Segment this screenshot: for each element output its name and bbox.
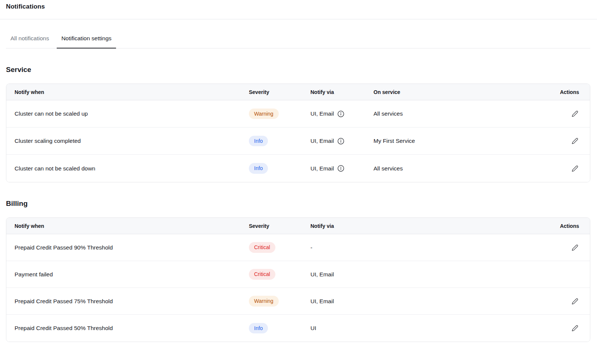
on-service-cell: All services (373, 110, 541, 117)
notify-via-value: UI (310, 325, 316, 332)
info-icon[interactable] (337, 165, 344, 172)
table-row: Prepaid Credit Passed 90% Threshold Crit… (6, 234, 590, 261)
edit-button[interactable] (571, 164, 579, 173)
severity-badge: Info (249, 136, 268, 147)
severity-cell: Critical (249, 242, 310, 253)
severity-badge: Critical (249, 269, 275, 280)
notify-via-value: UI, Email (310, 138, 334, 144)
tab-bar: All notifications Notification settings (6, 35, 590, 48)
column-header-actions: Actions (541, 223, 590, 229)
severity-badge: Info (249, 163, 268, 174)
page-title: Notifications (6, 3, 591, 10)
severity-badge: Info (249, 323, 268, 334)
edit-button[interactable] (571, 324, 579, 332)
edit-button[interactable] (571, 297, 579, 305)
info-icon[interactable] (337, 138, 344, 145)
info-icon[interactable] (337, 110, 344, 117)
severity-cell: Info (249, 136, 310, 147)
section-title-billing: Billing (6, 200, 591, 208)
notify-via-cell: UI, Email (310, 138, 373, 145)
column-header-notify-when: Notify when (6, 89, 249, 95)
column-header-on-service: On service (373, 89, 541, 95)
on-service-cell: My First Service (373, 138, 541, 144)
actions-cell (541, 297, 590, 305)
severity-cell: Info (249, 163, 310, 174)
table-row: Prepaid Credit Passed 75% Threshold Warn… (6, 288, 590, 315)
notify-via-value: UI, Email (310, 110, 334, 117)
service-table-header: Notify when Severity Notify via On servi… (6, 84, 590, 100)
notify-via-cell: UI, Email (310, 271, 541, 278)
column-header-actions: Actions (541, 89, 590, 95)
tab-notification-settings[interactable]: Notification settings (57, 35, 116, 48)
actions-cell (541, 164, 590, 173)
notify-via-cell: UI, Email (310, 298, 541, 305)
severity-badge: Critical (249, 242, 275, 253)
notify-via-cell: - (310, 244, 541, 251)
on-service-cell: All services (373, 165, 541, 172)
column-header-notify-when: Notify when (6, 223, 249, 229)
severity-cell: Warning (249, 296, 310, 307)
notify-via-cell: UI, Email (310, 165, 373, 172)
column-header-severity: Severity (249, 223, 310, 229)
column-header-notify-via: Notify via (310, 89, 373, 95)
severity-cell: Critical (249, 269, 310, 280)
notify-via-value: - (310, 244, 312, 251)
notify-when-cell: Payment failed (6, 271, 249, 278)
actions-cell (541, 137, 590, 145)
column-header-severity: Severity (249, 89, 310, 95)
billing-table-header: Notify when Severity Notify via Actions (6, 218, 590, 234)
actions-cell (541, 244, 590, 252)
notify-via-cell: UI (310, 325, 541, 332)
severity-cell: Info (249, 323, 310, 334)
notify-when-cell: Prepaid Credit Passed 75% Threshold (6, 298, 249, 305)
actions-cell (541, 324, 590, 332)
service-table: Notify when Severity Notify via On servi… (6, 84, 590, 182)
billing-table: Notify when Severity Notify via Actions … (6, 217, 590, 342)
notify-when-cell: Prepaid Credit Passed 50% Threshold (6, 325, 249, 332)
edit-button[interactable] (571, 137, 579, 145)
notify-when-cell: Cluster can not be scaled down (6, 165, 249, 172)
table-row: Prepaid Credit Passed 50% Threshold Info… (6, 315, 590, 342)
table-row: Cluster can not be scaled down Info UI, … (6, 155, 590, 182)
edit-button[interactable] (571, 110, 579, 118)
notify-when-cell: Cluster scaling completed (6, 138, 249, 144)
actions-cell (541, 110, 590, 118)
page-header: Notifications (0, 0, 597, 19)
notify-via-value: UI, Email (310, 271, 334, 278)
column-header-notify-via: Notify via (310, 223, 541, 229)
severity-badge: Warning (249, 109, 279, 119)
notify-via-value: UI, Email (310, 165, 334, 172)
section-title-service: Service (6, 66, 591, 74)
notify-when-cell: Cluster can not be scaled up (6, 110, 249, 117)
severity-cell: Warning (249, 109, 310, 119)
notify-via-value: UI, Email (310, 298, 334, 305)
edit-button[interactable] (571, 244, 579, 252)
notify-via-cell: UI, Email (310, 110, 373, 117)
table-row: Cluster can not be scaled up Warning UI,… (6, 100, 590, 128)
table-row: Cluster scaling completed Info UI, Email… (6, 128, 590, 155)
severity-badge: Warning (249, 296, 279, 307)
table-row: Payment failed Critical UI, Email (6, 261, 590, 288)
tab-all-notifications[interactable]: All notifications (6, 35, 53, 48)
notify-when-cell: Prepaid Credit Passed 90% Threshold (6, 244, 249, 251)
